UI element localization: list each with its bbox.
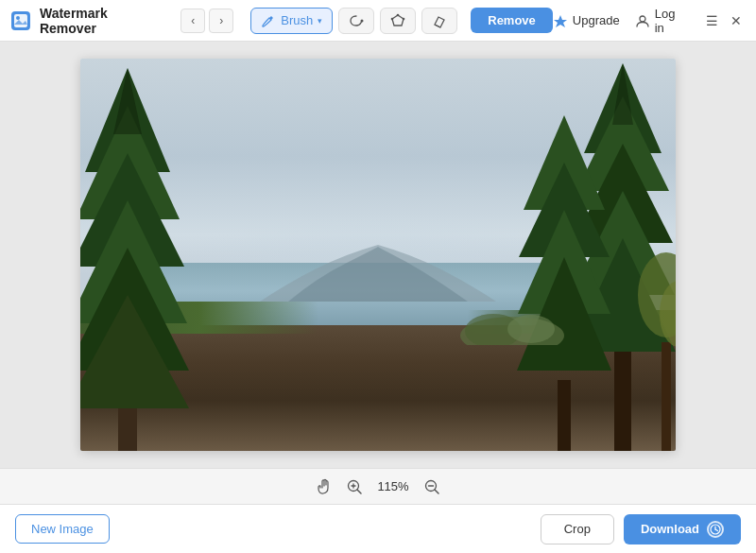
svg-point-33 <box>507 315 555 343</box>
titlebar-left: Watermark Remover ‹ › Brush ▾ <box>11 6 553 36</box>
crop-button[interactable]: Crop <box>541 514 614 544</box>
app-logo-icon <box>11 11 30 30</box>
right-trees <box>444 59 676 451</box>
hand-tool-icon[interactable] <box>315 477 334 496</box>
download-label: Download <box>641 522 699 536</box>
brush-dropdown-icon: ▾ <box>318 16 322 26</box>
svg-point-3 <box>361 19 364 22</box>
upgrade-label: Upgrade <box>573 13 620 27</box>
eraser-tool-button[interactable] <box>421 8 457 34</box>
download-clock-icon <box>707 521 724 538</box>
svg-point-7 <box>640 16 645 22</box>
zoom-level-display: 115% <box>375 479 411 493</box>
svg-point-2 <box>16 16 20 20</box>
svg-point-5 <box>403 17 405 20</box>
upgrade-button[interactable]: Upgrade <box>553 13 620 28</box>
zoom-in-svg-icon <box>346 478 363 495</box>
app-title: Watermark Remover <box>40 6 167 36</box>
zoom-out-icon[interactable] <box>422 477 441 496</box>
remove-button[interactable]: Remove <box>471 8 553 33</box>
eraser-icon <box>432 13 447 28</box>
tools-group: Brush ▾ <box>250 8 457 34</box>
brush-icon <box>261 13 276 28</box>
lasso-icon <box>349 13 364 28</box>
upgrade-icon <box>553 13 568 28</box>
titlebar-right: Upgrade Log in ☰ ✕ <box>553 7 745 35</box>
svg-rect-27 <box>662 342 671 451</box>
nav-buttons: ‹ › <box>180 9 233 33</box>
svg-line-43 <box>715 529 718 531</box>
brush-tool-button[interactable]: Brush ▾ <box>250 8 333 34</box>
nav-forward-button[interactable]: › <box>209 9 233 33</box>
login-button[interactable]: Log in <box>635 7 688 35</box>
login-label: Log in <box>655 7 688 35</box>
zoom-bar: 115% <box>0 468 756 504</box>
nav-back-button[interactable]: ‹ <box>180 9 205 33</box>
hand-icon <box>316 478 333 495</box>
bottom-right-actions: Crop Download <box>541 514 741 544</box>
bottom-bar: New Image Crop Download <box>0 504 756 553</box>
menu-button[interactable]: ☰ <box>703 12 720 29</box>
svg-rect-1 <box>14 14 27 27</box>
foreground-shrubs <box>455 298 569 345</box>
download-button[interactable]: Download <box>624 514 741 544</box>
close-button[interactable]: ✕ <box>728 12 745 29</box>
user-icon <box>635 13 650 28</box>
clock-svg-icon <box>710 524 721 535</box>
image-canvas[interactable] <box>80 59 676 451</box>
window-controls: ☰ ✕ <box>703 12 745 29</box>
svg-line-37 <box>357 490 361 493</box>
polygon-icon <box>390 13 405 28</box>
svg-rect-16 <box>614 352 631 451</box>
zoom-in-icon[interactable] <box>345 477 364 496</box>
svg-rect-22 <box>558 380 571 451</box>
lasso-tool-button[interactable] <box>338 8 374 34</box>
left-tree <box>80 59 227 451</box>
svg-line-40 <box>435 490 438 493</box>
brush-label: Brush <box>281 13 313 27</box>
zoom-out-svg-icon <box>423 478 440 495</box>
new-image-button[interactable]: New Image <box>15 514 110 544</box>
polygon-tool-button[interactable] <box>380 8 416 34</box>
main-canvas-area <box>0 42 756 468</box>
svg-point-4 <box>397 13 400 16</box>
titlebar: Watermark Remover ‹ › Brush ▾ <box>0 0 756 42</box>
svg-point-6 <box>391 17 394 20</box>
